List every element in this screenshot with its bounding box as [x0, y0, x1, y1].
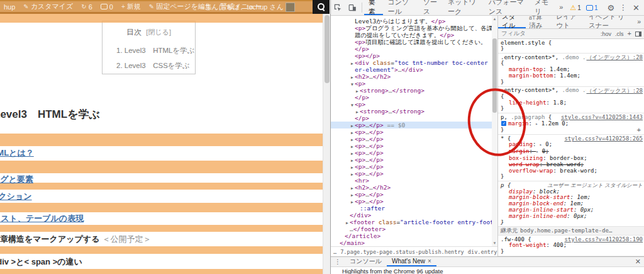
- admin-bar-item[interactable]: +新規: [121, 2, 141, 11]
- expand-arrow-icon[interactable]: ▼: [350, 102, 355, 109]
- css-property[interactable]: overflow-wrap: break-word;: [501, 168, 643, 174]
- toc-item[interactable]: 1. Level3 HTMLを学ぶ: [116, 43, 195, 58]
- admin-bar-site-link[interactable]: hup: [4, 3, 15, 11]
- dom-tree-line[interactable]: ▶<h2>…</h2>: [331, 73, 492, 80]
- admin-bar-greeting[interactable]: こんにちは、techup さん: [204, 3, 284, 12]
- dom-tree-line[interactable]: …</footer>: [331, 225, 492, 232]
- dom-tree-line[interactable]: ▶<p>…</p>: [331, 156, 492, 163]
- dom-tree-line[interactable]: ▶<p>…</p>: [331, 191, 492, 198]
- page-scrollbar[interactable]: [323, 14, 330, 274]
- stylesheet-source-link[interactable]: ユーザー エージェント スタイルシート: [547, 183, 643, 189]
- drawer-tab-What's New[interactable]: What's New×: [387, 257, 436, 266]
- dom-tree-line[interactable]: ▶<p>…</p>: [331, 135, 492, 142]
- devtools-close-icon[interactable]: ✕: [630, 3, 643, 13]
- dom-tree-line[interactable]: ▼<p>: [331, 80, 492, 87]
- dom-tree-line[interactable]: </p>: [331, 45, 492, 52]
- dom-tree-line[interactable]: ▶<p>…</p>: [331, 149, 492, 156]
- dom-tree-line[interactable]: ▶<strong>…</strong>: [331, 87, 492, 94]
- styles-tab-レイアウト[interactable]: レイアウト: [553, 16, 585, 28]
- stylesheet-source-link[interactable]: style.css?v=4120258:265: [564, 136, 643, 142]
- dom-tree-line[interactable]: Level3からはじまります。</p>: [331, 18, 492, 25]
- styles-tab-計算済み[interactable]: 計算済み: [526, 16, 553, 28]
- property-checkbox-checked[interactable]: ✓: [501, 121, 506, 126]
- tab-close-icon[interactable]: ×: [428, 258, 431, 265]
- dom-tree-line[interactable]: </article>: [331, 232, 492, 239]
- site-search-button[interactable]: [313, 0, 330, 14]
- settings-gear-icon[interactable]: ⚙: [604, 3, 617, 13]
- scroll-down-arrow[interactable]: ▼: [492, 241, 497, 245]
- styles-tab-イベント リスナー[interactable]: イベント リスナー: [585, 16, 633, 28]
- css-property[interactable]: ✓margin: ▸ 1.2em 0;: [501, 121, 643, 128]
- admin-bar-item[interactable]: ↻6: [81, 2, 92, 11]
- dom-tree-line[interactable]: </main>: [331, 239, 492, 246]
- dom-tree-line[interactable]: er-element">…</div>: [331, 66, 492, 73]
- tab-»[interactable]: »: [555, 0, 567, 15]
- tab-ネットワーク[interactable]: ネットワーク: [443, 0, 484, 15]
- css-property[interactable]: font-weight: 400;: [501, 243, 643, 249]
- css-property[interactable]: line-height: 1.8;: [501, 100, 643, 106]
- issues-badge[interactable]: 1: [584, 4, 601, 11]
- dom-tree-line[interactable]: 題の提出をしていただきます。</p>: [331, 31, 492, 38]
- dom-tree-line[interactable]: ▶<h2>…</h2>: [331, 184, 492, 191]
- content-link[interactable]: タグと要素: [0, 174, 33, 185]
- breadcrumb-item[interactable]: div.entry-content.cf: [468, 249, 497, 255]
- stylesheet-source-link[interactable]: style.css?v=4120258:1443: [561, 115, 643, 121]
- css-property[interactable]: margin-inline-end: 0px;: [501, 214, 643, 220]
- stylesheet-source-link[interactable]: （インデックス）:28: [586, 55, 643, 61]
- more-options-icon[interactable]: ⋮: [617, 3, 630, 12]
- dom-tree-line[interactable]: ▶<p>…</p>: [331, 198, 492, 205]
- tab-要素[interactable]: 要素: [364, 0, 384, 15]
- dom-tree-line[interactable]: ▶<p>…</p>: [331, 142, 492, 149]
- dom-tree-line[interactable]: ▶<p>…</p>: [331, 163, 492, 170]
- content-link[interactable]: HTMLとは？: [0, 147, 34, 159]
- dom-tree-line[interactable]: ▶<footer class="article-footer entry-foo…: [331, 219, 492, 225]
- dom-tree-line[interactable]: ▶<div class="toc tnt-number toc-center b…: [331, 59, 492, 66]
- sidebar-panel-icon[interactable]: [635, 31, 641, 37]
- toc-item[interactable]: 2. Level3 CSSを学ぶ: [116, 58, 195, 73]
- tab-ソース[interactable]: ソース: [419, 0, 443, 15]
- breadcrumb-item[interactable]: 7.page.type-page.status-publish.hentry: [340, 249, 464, 255]
- styles-filter-input[interactable]: フィルタ: [501, 30, 597, 38]
- dom-tree-line[interactable]: </p>: [331, 115, 492, 122]
- new-style-rule-button[interactable]: +: [628, 31, 631, 37]
- page-scrollbar-thumb[interactable]: [325, 15, 330, 83]
- drawer-tab-コンソール[interactable]: コンソール: [345, 257, 387, 266]
- toc-close-link[interactable]: [閉じる]: [146, 28, 171, 36]
- tab-メモリ[interactable]: メモリ: [530, 0, 555, 15]
- device-toolbar-icon[interactable]: [345, 0, 360, 15]
- inherited-selector-link[interactable]: body.home.page-template-de…: [520, 227, 612, 234]
- shorthand-expand-icon[interactable]: ▸: [540, 142, 545, 147]
- dom-tree-line[interactable]: ▶<strong>…</strong>: [331, 108, 492, 115]
- admin-bar-item[interactable]: ✎カスタマイズ: [23, 2, 73, 11]
- tab-コンソール[interactable]: コンソール: [383, 0, 418, 15]
- drawer-menu-icon[interactable]: ⋮: [331, 257, 345, 266]
- expand-arrow-icon[interactable]: ▼: [350, 81, 355, 88]
- dom-tree-line[interactable]: ▼<p>: [331, 101, 492, 108]
- shorthand-expand-icon[interactable]: ▸: [535, 122, 540, 127]
- drawer-close-icon[interactable]: ✕: [631, 257, 644, 266]
- elements-scrollbar-thumb[interactable]: [492, 38, 497, 113]
- dom-tree-line[interactable]: ▶<p>…</p>: [331, 170, 492, 177]
- shorthand-expand-icon[interactable]: ▸: [536, 149, 541, 154]
- dom-tree-line[interactable]: <p></p>: [331, 52, 492, 59]
- elements-scrollbar[interactable]: ▲ ▼: [492, 16, 497, 246]
- rule-selector[interactable]: element.style {: [501, 40, 643, 47]
- dom-tree-line[interactable]: <p>プログラミング言語を基本から開始して、各課: [331, 25, 492, 31]
- expand-arrow-icon[interactable]: ▶: [350, 199, 355, 206]
- dom-tree-line[interactable]: </p>: [331, 94, 492, 101]
- admin-bar-item[interactable]: ✎固定ページを編集: [149, 2, 212, 11]
- insert-rule-button[interactable]: +: [636, 127, 641, 134]
- dom-tree-line[interactable]: ▶<p>…</p> == $0: [331, 122, 492, 128]
- styles-tab-スタイル[interactable]: スタイル: [498, 16, 526, 28]
- dom-tree-line[interactable]: </div>: [331, 212, 492, 219]
- tab-パフォーマンス[interactable]: パフォーマンス: [484, 0, 530, 15]
- warnings-badge[interactable]: ⚠ 1: [567, 4, 583, 12]
- styles-tab-»[interactable]: »: [633, 16, 644, 28]
- breadcrumb-item[interactable]: …: [333, 249, 336, 255]
- inspect-element-icon[interactable]: [331, 0, 345, 15]
- cls-toggle[interactable]: .cls: [615, 31, 624, 37]
- content-link[interactable]: リスト、テーブルの表現: [0, 213, 84, 224]
- scroll-up-arrow[interactable]: ▲: [492, 17, 497, 21]
- content-link[interactable]: セクション: [0, 191, 32, 202]
- dom-tree-line[interactable]: <p>項目順に確認して課題を提出してください。: [331, 38, 492, 45]
